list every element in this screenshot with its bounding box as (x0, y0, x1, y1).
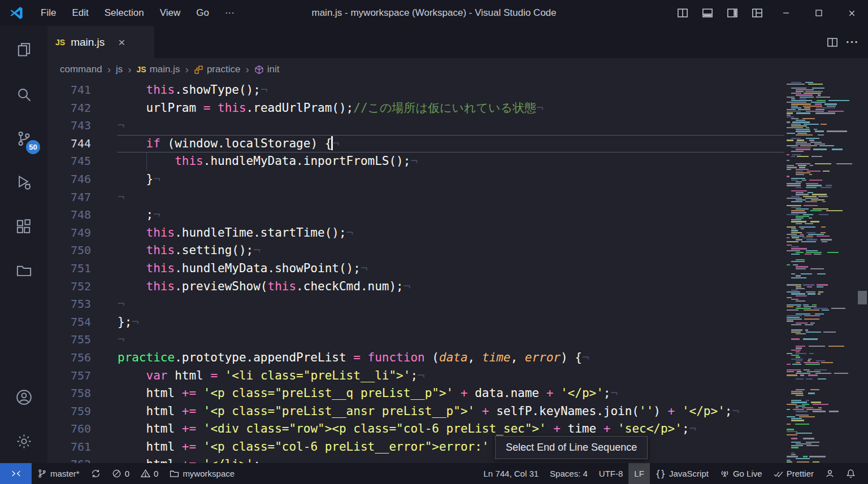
status-indentation[interactable]: Spaces: 4 (544, 463, 593, 484)
line-number[interactable]: 759 (47, 403, 118, 421)
status-eol[interactable]: LF (628, 463, 650, 484)
code-line[interactable]: 755¬ (47, 331, 784, 349)
line-number[interactable]: 753 (47, 295, 118, 313)
run-debug-icon[interactable] (0, 160, 47, 204)
menu-item-view[interactable]: View (152, 0, 189, 26)
tab-close-icon[interactable]: × (118, 36, 125, 48)
code-line[interactable]: 752 this.previewShow(this.checkCmd.num);… (47, 278, 784, 296)
line-number[interactable]: 757 (47, 367, 118, 385)
code-line[interactable]: 759 html += '<p class="preList__ansr pre… (47, 403, 784, 421)
line-number[interactable]: 746 (47, 171, 118, 189)
status-remote[interactable] (0, 463, 32, 484)
line-number[interactable]: 762 (47, 456, 118, 463)
accounts-icon[interactable] (0, 375, 47, 419)
split-editor-icon[interactable] (670, 0, 695, 26)
customize-layout-icon[interactable] (745, 0, 770, 26)
line-number[interactable]: 745 (47, 152, 118, 171)
menu-item-[interactable]: ··· (217, 0, 242, 26)
line-number[interactable]: 748 (47, 206, 118, 224)
code-line[interactable]: 749 this.hundleTime.startTime();¬ (47, 224, 784, 242)
code-line[interactable]: 753¬ (47, 295, 784, 313)
code-line[interactable]: 750 this.setting();¬ (47, 242, 784, 260)
window-title: main.js - myworkspace (Workspace) - Visu… (311, 7, 556, 19)
line-number[interactable]: 747 (47, 189, 118, 207)
explorer-icon[interactable] (0, 28, 47, 72)
line-text: html += '<p class="preList__ansr preList… (118, 403, 784, 421)
code-line[interactable]: 756practice.prototype.appendPreList = fu… (47, 349, 784, 367)
code-line[interactable]: 745 this.hundleMyData.inportFromLS();¬ (47, 152, 784, 171)
line-number[interactable]: 756 (47, 349, 118, 367)
line-text: ¬ (118, 189, 784, 207)
code-line[interactable]: 754};¬ (47, 313, 784, 332)
breadcrumb-item-init[interactable]: init (254, 64, 280, 75)
source-control-icon[interactable]: 50 (0, 116, 47, 160)
code-line[interactable]: 760 html += '<div class="row"><p class="… (47, 420, 784, 438)
line-number[interactable]: 744 (47, 135, 118, 153)
split-editor-icon[interactable] (827, 37, 838, 48)
status-errors[interactable]: 0 (106, 463, 135, 484)
status-cursor-position[interactable]: Ln 744, Col 31 (478, 463, 545, 484)
status-go-live[interactable]: Go Live (714, 463, 768, 484)
menu-item-selection[interactable]: Selection (97, 0, 152, 26)
close-button[interactable] (835, 0, 868, 26)
tab-main-js[interactable]: JS main.js × (47, 26, 155, 58)
status-encoding[interactable]: UTF-8 (593, 463, 629, 484)
code-line[interactable]: 742 urlPram = this.readUrlPram();//この場所は… (47, 99, 784, 117)
menu-item-file[interactable]: File (33, 0, 64, 26)
status-feedback[interactable] (819, 463, 840, 484)
line-number[interactable]: 743 (47, 117, 118, 135)
minimap-row (784, 118, 857, 119)
code-line[interactable]: 751 this.hundleMyData.showPoint();¬ (47, 260, 784, 278)
code-line[interactable]: 762 html += '</li>'; (47, 456, 784, 463)
maximize-button[interactable] (802, 0, 835, 26)
code-line[interactable]: 744 if (window.localStorage) {¬ (47, 135, 784, 153)
toggle-secondary-sidebar-icon[interactable] (720, 0, 745, 26)
status-workspace[interactable]: myworkspace (164, 463, 240, 484)
line-number[interactable]: 760 (47, 420, 118, 438)
status-prettier[interactable]: Prettier (768, 463, 819, 484)
line-number[interactable]: 742 (47, 99, 118, 117)
code-line[interactable]: 743¬ (47, 117, 784, 135)
extensions-icon[interactable] (0, 204, 47, 248)
more-actions-icon[interactable]: ··· (846, 36, 859, 49)
line-number[interactable]: 754 (47, 313, 118, 332)
minimap-row (784, 438, 857, 439)
code-line[interactable]: 747¬ (47, 189, 784, 207)
line-number[interactable]: 761 (47, 438, 118, 456)
minimap[interactable] (784, 81, 857, 463)
line-number[interactable]: 752 (47, 278, 118, 296)
line-number[interactable]: 758 (47, 385, 118, 403)
line-number[interactable]: 750 (47, 242, 118, 260)
code-line[interactable]: 748 ;¬ (47, 206, 784, 224)
minimap-row (784, 111, 857, 112)
search-icon[interactable] (0, 72, 47, 116)
menu-item-go[interactable]: Go (188, 0, 217, 26)
status-warnings[interactable]: 0 (135, 463, 164, 484)
status-notifications[interactable] (840, 463, 861, 484)
line-number[interactable]: 749 (47, 224, 118, 242)
menu-item-edit[interactable]: Edit (64, 0, 96, 26)
line-number[interactable]: 755 (47, 331, 118, 349)
settings-gear-icon[interactable] (0, 419, 47, 463)
scrollbar-thumb[interactable] (858, 291, 867, 304)
code-line[interactable]: 746 }¬ (47, 171, 784, 189)
line-number[interactable]: 741 (47, 81, 118, 99)
folder-explorer-icon[interactable] (0, 248, 47, 293)
scrollbar[interactable] (857, 81, 868, 463)
toggle-panel-icon[interactable] (695, 0, 720, 26)
status-branch[interactable]: master* (32, 463, 85, 484)
breadcrumb-item-practice[interactable]: practice (194, 64, 241, 75)
code-line[interactable]: 758 html += '<p class="preList__q preLis… (47, 385, 784, 403)
code-line[interactable]: 761 html += '<p class="col-6 preList__er… (47, 438, 784, 456)
breadcrumb-label: practice (207, 64, 241, 75)
minimize-button[interactable] (770, 0, 802, 26)
status-language[interactable]: {}JavaScript (650, 463, 714, 484)
breadcrumb-item-command[interactable]: command (60, 64, 102, 75)
line-number[interactable]: 751 (47, 260, 118, 278)
minimap-row (784, 176, 857, 177)
breadcrumb-item-mainjs[interactable]: JSmain.js (137, 64, 180, 75)
code-line[interactable]: 757 var html = '<li class="preList__li">… (47, 367, 784, 385)
breadcrumb-item-js[interactable]: js (116, 64, 123, 75)
code-line[interactable]: 741 this.showType();¬ (47, 81, 784, 99)
status-sync[interactable] (85, 463, 106, 484)
